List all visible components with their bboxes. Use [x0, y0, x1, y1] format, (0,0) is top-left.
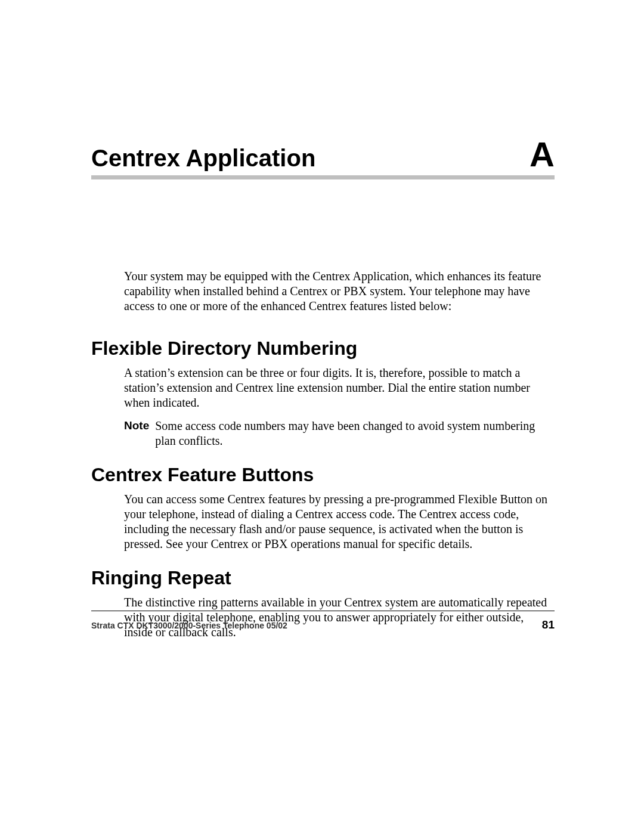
section-heading: Centrex Feature Buttons: [91, 464, 555, 486]
chapter-header: Centrex Application A: [91, 137, 555, 179]
note: Note Some access code numbers may have b…: [124, 419, 555, 448]
note-text: Some access code numbers may have been c…: [155, 419, 555, 448]
section-body: You can access some Centrex features by …: [124, 492, 555, 552]
chapter-letter: A: [530, 137, 555, 172]
footer-doc-title: Strata CTX DKT3000/2000-Series Telephone…: [91, 621, 287, 630]
intro-paragraph: Your system may be equipped with the Cen…: [124, 269, 555, 314]
page: Centrex Application A Your system may be…: [0, 0, 644, 833]
footer-page-number: 81: [542, 618, 555, 631]
note-label: Note: [124, 419, 149, 448]
section-heading: Ringing Repeat: [91, 567, 555, 589]
section-heading: Flexible Directory Numbering: [91, 337, 555, 360]
chapter-title: Centrex Application: [91, 145, 315, 172]
section-body: A station’s extension can be three or fo…: [124, 366, 555, 410]
page-footer: Strata CTX DKT3000/2000-Series Telephone…: [91, 611, 555, 631]
